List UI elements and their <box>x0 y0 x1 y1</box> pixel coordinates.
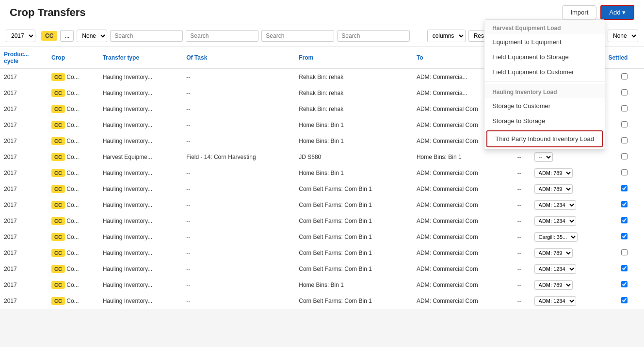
settled-checkbox[interactable] <box>621 169 628 175</box>
cell-settled[interactable] <box>604 245 644 261</box>
cell-transfer: Hauling Inventory... <box>99 277 183 293</box>
cell-contract[interactable]: ADM: 789 <box>531 165 605 181</box>
cell-crop: CC Co... <box>48 261 99 277</box>
table-row: 2017 CC Co... Hauling Inventory... -- Co… <box>0 213 644 229</box>
cell-n: -- <box>514 165 531 181</box>
cell-settled[interactable] <box>604 229 644 245</box>
dropdown-item-equipment-to-equipment[interactable]: Equipment to Equipment <box>484 34 605 49</box>
cell-contract[interactable]: ADM: 1234 <box>531 213 605 229</box>
cell-crop: CC Co... <box>48 181 99 197</box>
settled-checkbox[interactable] <box>621 233 628 239</box>
contract-select[interactable]: ADM: 789 <box>534 248 573 258</box>
cell-settled[interactable] <box>604 197 644 213</box>
settled-checkbox[interactable] <box>621 201 628 207</box>
contract-select[interactable]: ADM: 1234 <box>534 216 576 226</box>
settled-checkbox[interactable] <box>621 185 628 191</box>
contract-select[interactable]: ADM: 789 <box>534 280 573 290</box>
add-button[interactable]: Add ▾ <box>600 5 634 20</box>
columns-select[interactable]: columns <box>427 30 466 42</box>
contract-select[interactable]: ADM: 1234 <box>534 296 576 306</box>
dropdown-item-field-equipment-to-storage[interactable]: Field Equipment to Storage <box>484 49 605 64</box>
table-row: 2017 CC Co... Hauling Inventory... -- Ho… <box>0 277 644 293</box>
cell-from: Home Bins: Bin 1 <box>295 117 413 133</box>
settled-checkbox[interactable] <box>621 105 628 111</box>
none-right-select[interactable]: None <box>608 30 638 42</box>
cell-settled[interactable] <box>604 309 644 310</box>
cell-contract[interactable]: ADM: 789 <box>531 277 605 293</box>
cc-badge: CC <box>51 281 65 289</box>
dropdown-item-storage-to-customer[interactable]: Storage to Customer <box>484 98 605 113</box>
th-production-cycle: Produc...cycle <box>0 47 48 69</box>
cell-contract[interactable]: ADM: 789 <box>531 245 605 261</box>
cell-from: Corn Belt Farms: Corn Bin 1 <box>295 181 413 197</box>
settled-checkbox[interactable] <box>621 153 628 159</box>
settled-checkbox[interactable] <box>621 73 628 79</box>
cell-settled[interactable] <box>604 261 644 277</box>
harvest-section-label: Harvest Equipment Load <box>484 20 605 34</box>
dropdown-item-storage-to-storage[interactable]: Storage to Storage <box>484 113 605 128</box>
cell-settled[interactable] <box>604 69 644 85</box>
cell-n: -- <box>514 229 531 245</box>
cell-settled[interactable] <box>604 277 644 293</box>
cell-transfer: Hauling Inventory... <box>99 229 183 245</box>
cell-from: Corn Belt Farms: Corn Bin 1 <box>295 309 413 310</box>
cc-badge[interactable]: CC <box>41 31 57 41</box>
cell-settled[interactable] <box>604 85 644 101</box>
table-row: 2017 CC Co... Hauling Inventory... -- Co… <box>0 293 644 309</box>
search-input-1[interactable] <box>110 30 183 42</box>
cell-settled[interactable] <box>604 101 644 117</box>
th-from: From <box>295 47 413 69</box>
cell-settled[interactable] <box>604 149 644 165</box>
settled-checkbox[interactable] <box>621 137 628 143</box>
search-input-3[interactable] <box>261 30 334 42</box>
cell-settled[interactable] <box>604 165 644 181</box>
contract-select[interactable]: ADM: 789 <box>534 184 573 194</box>
settled-checkbox[interactable] <box>621 297 628 303</box>
cell-settled[interactable] <box>604 117 644 133</box>
year-select[interactable]: 2017 <box>6 30 35 42</box>
th-crop: Crop <box>48 47 99 69</box>
cell-settled[interactable] <box>604 181 644 197</box>
cell-contract[interactable]: ADM: 1234 <box>531 261 605 277</box>
table-row: 2017 CC Co... Hauling Inventory... -- Co… <box>0 309 644 310</box>
cell-year: 2017 <box>0 85 48 101</box>
cell-to: ADM: Commercial Corn <box>413 181 514 197</box>
contract-select[interactable]: ADM: 1234 <box>534 200 576 210</box>
settled-checkbox[interactable] <box>621 281 628 287</box>
cell-contract[interactable]: ADM: 1234 <box>531 293 605 309</box>
cell-crop: CC Co... <box>48 229 99 245</box>
settled-checkbox[interactable] <box>621 249 628 255</box>
cell-contract[interactable]: -- <box>531 149 605 165</box>
cell-transfer: Hauling Inventory... <box>99 133 183 149</box>
settled-checkbox[interactable] <box>621 265 628 271</box>
cell-settled[interactable] <box>604 213 644 229</box>
settled-checkbox[interactable] <box>621 121 628 127</box>
none-select[interactable]: None <box>77 30 107 42</box>
cell-from: Home Bins: Bin 1 <box>295 165 413 181</box>
contract-select[interactable]: Cargill: 35... <box>534 232 578 242</box>
cell-contract[interactable]: ADM: 789 <box>531 181 605 197</box>
cell-contract[interactable]: ADM: 1234 <box>531 197 605 213</box>
cc-badge: CC <box>51 105 65 113</box>
cell-from: Rehak Bin: rehak <box>295 85 413 101</box>
contract-select[interactable]: ADM: 789 <box>534 168 573 178</box>
search-input-2[interactable] <box>186 30 258 42</box>
dropdown-item-third-party-inbound[interactable]: Third Party Inbound Inventory Load <box>486 130 603 147</box>
cell-settled[interactable] <box>604 133 644 149</box>
cell-settled[interactable] <box>604 293 644 309</box>
cell-year: 2017 <box>0 293 48 309</box>
contract-select[interactable]: -- <box>534 152 553 162</box>
import-button[interactable]: Import <box>562 5 596 19</box>
cell-task: -- <box>182 197 295 213</box>
cell-contract[interactable]: Cargill: 35... <box>531 229 605 245</box>
settled-checkbox[interactable] <box>621 89 628 95</box>
dots-button[interactable]: ... <box>60 30 74 42</box>
search-input-4[interactable] <box>337 30 410 42</box>
settled-checkbox[interactable] <box>621 217 628 223</box>
cell-transfer: Hauling Inventory... <box>99 101 183 117</box>
dropdown-item-field-equipment-to-customer[interactable]: Field Equipment to Customer <box>484 64 605 79</box>
cell-from: Home Bins: Bin 1 <box>295 277 413 293</box>
contract-select[interactable]: ADM: 1234 <box>534 264 576 274</box>
cell-to: ADM: Commercial Corn <box>413 229 514 245</box>
cell-contract[interactable]: ADM: 1234 <box>531 309 605 310</box>
